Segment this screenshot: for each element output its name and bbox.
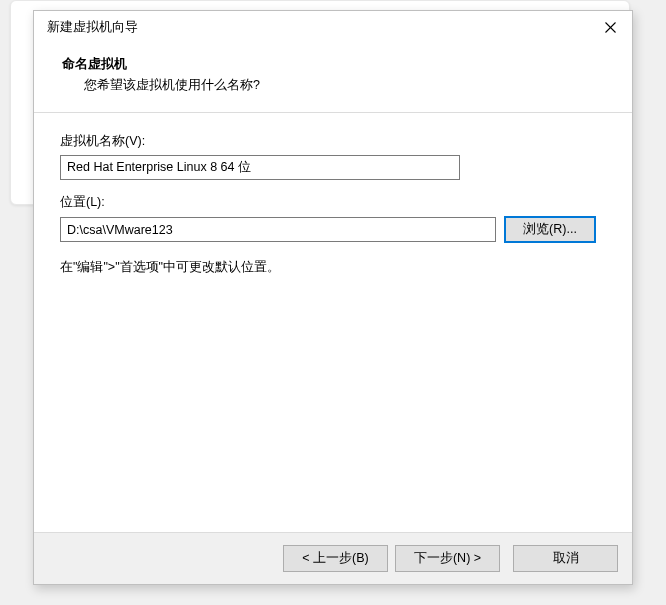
location-label: 位置(L): — [60, 194, 606, 211]
vm-name-label: 虚拟机名称(V): — [60, 133, 606, 150]
location-row: 浏览(R)... — [60, 216, 606, 243]
default-location-hint: 在"编辑">"首选项"中可更改默认位置。 — [60, 259, 606, 276]
vm-name-field-group: 虚拟机名称(V): — [60, 133, 606, 180]
wizard-header-title: 命名虚拟机 — [62, 55, 604, 73]
titlebar-title: 新建虚拟机向导 — [47, 19, 588, 36]
vm-name-input[interactable] — [60, 155, 460, 180]
new-vm-wizard-dialog: 新建虚拟机向导 命名虚拟机 您希望该虚拟机使用什么名称? 虚拟机名称(V): 位… — [33, 10, 633, 585]
close-icon — [605, 22, 616, 33]
next-button[interactable]: 下一步(N) > — [395, 545, 500, 572]
wizard-header: 命名虚拟机 您希望该虚拟机使用什么名称? — [34, 44, 632, 112]
titlebar: 新建虚拟机向导 — [34, 11, 632, 44]
location-field-group: 位置(L): 浏览(R)... — [60, 194, 606, 243]
browse-button[interactable]: 浏览(R)... — [504, 216, 596, 243]
wizard-footer: < 上一步(B) 下一步(N) > 取消 — [34, 532, 632, 584]
wizard-header-subtitle: 您希望该虚拟机使用什么名称? — [62, 77, 604, 94]
wizard-body: 虚拟机名称(V): 位置(L): 浏览(R)... 在"编辑">"首选项"中可更… — [34, 113, 632, 532]
location-input[interactable] — [60, 217, 496, 242]
back-button[interactable]: < 上一步(B) — [283, 545, 388, 572]
close-button[interactable] — [588, 11, 632, 44]
cancel-button[interactable]: 取消 — [513, 545, 618, 572]
